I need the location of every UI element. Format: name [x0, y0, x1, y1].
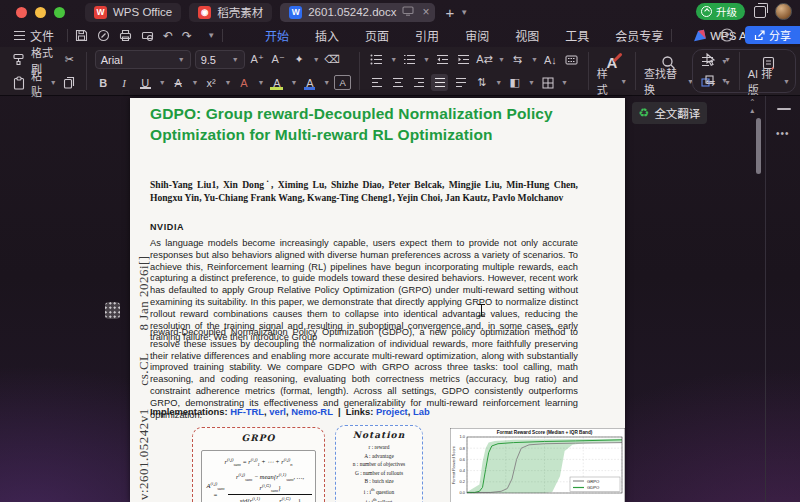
- tab-document[interactable]: W 2601.05242.docx ×: [280, 3, 435, 22]
- borders-dropdown-icon[interactable]: ▼: [561, 79, 568, 86]
- paste-dropdown-icon[interactable]: ▼: [50, 79, 57, 86]
- close-tab-icon[interactable]: ×: [422, 5, 429, 19]
- ribbon-tab-member[interactable]: 会员专享: [614, 24, 664, 47]
- pdf-export-icon[interactable]: [97, 29, 110, 42]
- search-icon[interactable]: [660, 54, 677, 71]
- text-direction-icon[interactable]: A⇄: [476, 51, 493, 68]
- wrap-icon[interactable]: ⇆: [509, 51, 526, 68]
- tab-list-icon[interactable]: ▼: [460, 8, 468, 17]
- cut-icon[interactable]: ✂: [61, 51, 78, 68]
- font-color-icon[interactable]: A: [301, 74, 318, 91]
- distribute-icon[interactable]: [452, 74, 469, 91]
- text-effects-icon[interactable]: ✦: [291, 51, 308, 68]
- bullet-list-icon[interactable]: [368, 51, 385, 68]
- underline-icon[interactable]: U: [137, 74, 154, 91]
- font-name-select[interactable]: Arial▼: [95, 50, 191, 69]
- format-painter-icon[interactable]: [10, 51, 27, 68]
- underline-dropdown-icon[interactable]: ▼: [159, 79, 166, 86]
- ribbon-tab-reference[interactable]: 引用: [414, 24, 440, 47]
- decrease-font-icon[interactable]: A⁻: [270, 51, 287, 68]
- strikethrough-icon[interactable]: A: [170, 74, 187, 91]
- numbered-list-dropdown-icon[interactable]: ▼: [423, 56, 430, 63]
- tab-docer[interactable]: ◉ 稻壳素材: [189, 3, 272, 22]
- ribbon-tab-view[interactable]: 视图: [514, 24, 540, 47]
- paste-icon[interactable]: [10, 74, 27, 91]
- bullet-list-dropdown-icon[interactable]: ▼: [390, 56, 397, 63]
- increase-font-icon[interactable]: A⁺: [249, 51, 266, 68]
- collapse-ribbon-icon[interactable]: ⌃▴: [749, 99, 756, 115]
- ribbon-tab-tools[interactable]: 工具: [564, 24, 590, 47]
- shading-icon[interactable]: ◧: [506, 74, 523, 91]
- line-spacing-icon[interactable]: ⇅: [473, 74, 490, 91]
- object-layers-dropdown-icon[interactable]: ▼: [721, 77, 728, 84]
- highlight-color-icon[interactable]: A: [268, 74, 285, 91]
- new-tab-button[interactable]: +: [445, 4, 454, 21]
- minimize-window-button[interactable]: [35, 7, 46, 18]
- vertical-scrollbar[interactable]: [756, 118, 761, 174]
- decrease-indent-icon[interactable]: [434, 51, 451, 68]
- drag-handle-icon[interactable]: [105, 302, 120, 319]
- styles-dropdown-icon[interactable]: ▼: [620, 78, 627, 85]
- align-center-icon[interactable]: [389, 74, 406, 91]
- justify-icon[interactable]: [431, 74, 448, 91]
- avatar[interactable]: [775, 3, 792, 20]
- document-page[interactable]: v:2601.05242v1 cs.CL 8 Jan 2026i[] GDPO:…: [130, 98, 625, 502]
- line-spacing-dropdown-icon[interactable]: ▼: [495, 79, 502, 86]
- align-left-icon[interactable]: [368, 74, 385, 91]
- character-border-icon[interactable]: A: [334, 75, 351, 90]
- wordart-dropdown-icon[interactable]: ▼: [257, 79, 264, 86]
- borders-icon[interactable]: [539, 74, 556, 91]
- quick-access-more-icon[interactable]: ▼: [207, 31, 215, 40]
- fullscreen-window-button[interactable]: [54, 7, 65, 18]
- italic-icon[interactable]: I: [116, 74, 133, 91]
- text-arrange-dropdown-icon[interactable]: ▼: [721, 58, 728, 65]
- wrap-dropdown-icon[interactable]: ▼: [531, 56, 538, 63]
- ribbon-tab-insert[interactable]: 插入: [314, 24, 340, 47]
- bold-icon[interactable]: B: [95, 74, 112, 91]
- link-nemo-rl[interactable]: Nemo-RL: [291, 406, 333, 417]
- numbered-list-icon[interactable]: [401, 51, 418, 68]
- translate-button[interactable]: ♻ 全文翻译: [632, 102, 707, 124]
- upgrade-button[interactable]: 升级: [696, 3, 745, 20]
- text-effects-dropdown-icon[interactable]: ▼: [313, 56, 320, 63]
- text-direction-dropdown-icon[interactable]: ▼: [498, 56, 505, 63]
- ribbon-tab-page[interactable]: 页面: [364, 24, 390, 47]
- redo-icon[interactable]: ↷: [182, 29, 192, 43]
- link-verl[interactable]: verl: [269, 406, 286, 417]
- print-icon[interactable]: [119, 29, 132, 42]
- undo-icon[interactable]: ↶: [163, 29, 173, 43]
- print-preview-icon[interactable]: [141, 29, 154, 42]
- link-lab[interactable]: Lab: [413, 406, 430, 417]
- highlight-dropdown-icon[interactable]: ▼: [290, 79, 297, 86]
- sort-icon[interactable]: A↓: [542, 51, 559, 68]
- object-layers-icon[interactable]: [699, 72, 716, 89]
- clear-format-icon[interactable]: ⌫: [324, 51, 341, 68]
- ribbon-tab-home[interactable]: 开始: [264, 24, 290, 47]
- strikethrough-dropdown-icon[interactable]: ▼: [192, 79, 199, 86]
- superscript-icon[interactable]: x²: [203, 74, 220, 91]
- ribbon-tab-review[interactable]: 审阅: [464, 24, 490, 47]
- close-window-button[interactable]: [16, 7, 27, 18]
- text-arrange-icon[interactable]: [699, 53, 716, 70]
- paste-label[interactable]: 粘贴: [31, 67, 45, 99]
- show-marks-icon[interactable]: [563, 51, 580, 68]
- font-color-dropdown-icon[interactable]: ▼: [323, 79, 330, 86]
- increase-indent-icon[interactable]: [455, 51, 472, 68]
- sidebar-more-icon[interactable]: •••: [776, 128, 790, 139]
- font-size-select[interactable]: 9.5▼: [195, 50, 245, 69]
- align-right-icon[interactable]: [410, 74, 427, 91]
- save-icon[interactable]: [75, 29, 88, 42]
- presentation-mode-icon[interactable]: [402, 6, 414, 18]
- cloud-upload-icon[interactable]: [719, 28, 735, 42]
- tab-wps-office[interactable]: W WPS Office: [85, 3, 181, 22]
- file-menu-button[interactable]: 文件: [8, 27, 60, 44]
- superscript-dropdown-icon[interactable]: ▼: [225, 79, 232, 86]
- link-hf-trl[interactable]: HF-TRL: [230, 406, 264, 417]
- wordart-icon[interactable]: A: [235, 74, 252, 91]
- share-button[interactable]: 分享: [745, 26, 800, 44]
- link-project[interactable]: Project: [376, 406, 408, 417]
- window-switcher-icon[interactable]: [754, 6, 766, 18]
- styles-icon[interactable]: A: [607, 54, 618, 71]
- sidebar-minimize-icon[interactable]: [777, 108, 791, 110]
- copy-icon[interactable]: [61, 74, 78, 91]
